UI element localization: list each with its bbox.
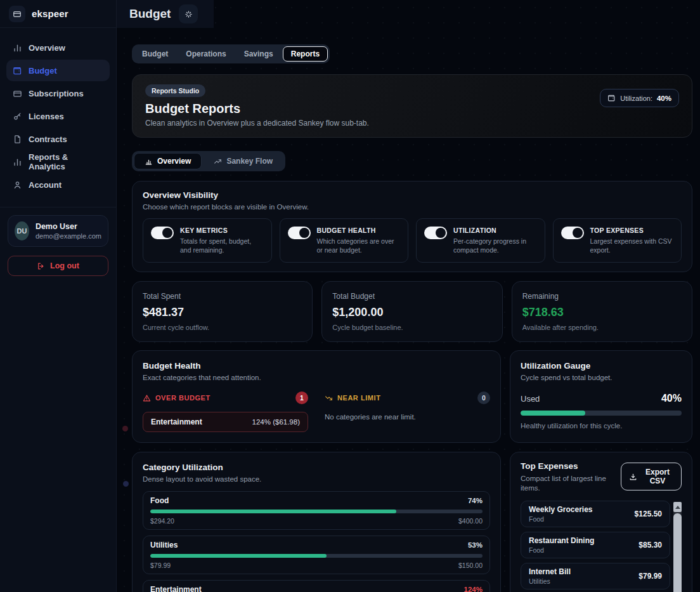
category-row: Utilities 53% $79.99 $150.00 — [143, 536, 490, 574]
overview-visibility-card: Overview Visibility Choose which report … — [132, 181, 692, 272]
metric-cards: Total Spent $481.37 Current cycle outflo… — [132, 281, 692, 342]
toggle-switch[interactable] — [561, 227, 584, 239]
metric-label: Total Budget — [332, 292, 491, 301]
chart-bars-icon — [145, 157, 153, 166]
metric-caption: Cycle budget baseline. — [332, 324, 491, 331]
utilization-gauge-card: Utilization Gauge Cycle spend vs total b… — [510, 350, 692, 443]
sidebar-item[interactable]: Licenses — [6, 105, 110, 127]
metric-caption: Available after spending. — [522, 324, 682, 331]
over-budget-item-name: Entertainment — [151, 418, 202, 426]
over-budget-count-badge: 1 — [295, 391, 308, 404]
budget-health-description: Exact categories that need attention. — [143, 374, 490, 381]
sidebar-item-label: Budget — [29, 66, 57, 76]
expense-amount: $85.30 — [638, 541, 662, 549]
sidebar-item-label: Reports & Analytics — [29, 152, 103, 171]
category-progress-fill — [150, 554, 327, 558]
user-card[interactable]: DU Demo User demo@example.com — [8, 215, 108, 247]
expense-name: Internet Bill — [529, 567, 571, 576]
sidebar-item-label: Contracts — [29, 135, 67, 144]
user-email: demo@example.com — [36, 232, 101, 240]
theme-toggle-button[interactable] — [179, 4, 198, 23]
tab[interactable]: Reports — [283, 46, 328, 62]
utilization-chip-value: 40% — [657, 95, 671, 102]
expense-list-item: Weekly Groceries Food $125.50 — [521, 501, 670, 527]
sidebar-item[interactable]: Overview — [6, 37, 110, 58]
sidebar-item[interactable]: Reports & Analytics — [6, 151, 110, 173]
user-meta: Demo User demo@example.com — [36, 222, 101, 240]
tab[interactable]: Savings — [236, 46, 282, 62]
toggle-description: Per-category progress in compact mode. — [453, 237, 537, 254]
health-gauge-row: Budget Health Exact categories that need… — [132, 350, 692, 443]
category-percent: 74% — [468, 497, 483, 504]
app-root: ekspeer Overview Budget Subscriptions — [0, 0, 700, 592]
subtab[interactable]: Sankey Flow — [203, 153, 283, 169]
category-row: Food 74% $294.20 $400.00 — [143, 491, 490, 530]
trending-up-icon — [214, 157, 222, 166]
sidebar-item[interactable]: Subscriptions — [6, 82, 110, 104]
expense-list-item: Internet Bill Utilities $79.99 — [521, 563, 670, 589]
expense-list-scrollbar[interactable] — [673, 502, 682, 592]
category-budget: $150.00 — [458, 562, 483, 569]
logout-button[interactable]: Log out — [8, 256, 108, 276]
toggle-knob — [573, 228, 583, 238]
subtab-label: Sankey Flow — [226, 157, 273, 166]
toggle-switch[interactable] — [151, 227, 174, 239]
scrollbar-up-button[interactable] — [673, 502, 682, 512]
brand-name: ekspeer — [32, 8, 68, 19]
user-icon — [13, 180, 22, 190]
expense-category: Food — [529, 546, 594, 554]
subtab[interactable]: Overview — [134, 153, 202, 169]
near-limit-empty-text: No categories are near limit. — [325, 413, 490, 421]
category-percent: 53% — [468, 541, 483, 549]
visibility-toggles: KEY METRICS Totals for spent, budget, an… — [143, 218, 682, 263]
download-icon — [629, 473, 637, 481]
category-percent: 124% — [464, 586, 483, 592]
category-name: Food — [150, 496, 169, 505]
visibility-title: Overview Visibility — [143, 190, 682, 200]
main-tabs: Budget Operations Savings Reports — [132, 44, 330, 63]
key-icon — [13, 112, 22, 121]
visibility-toggle-tile: BUDGET HEALTH Which categories are over … — [280, 218, 409, 263]
toggle-knob — [299, 228, 309, 238]
tab[interactable]: Operations — [178, 46, 234, 62]
toggle-switch[interactable] — [288, 227, 311, 239]
sidebar-item[interactable]: Budget — [6, 60, 110, 81]
export-csv-label: Export CSV — [642, 468, 673, 485]
hero-text: Reports Studio Budget Reports Clean anal… — [145, 84, 369, 128]
toggle-description: Largest expenses with CSV export. — [590, 237, 674, 254]
sidebar-item[interactable]: Account — [6, 174, 110, 195]
warning-icon — [143, 394, 151, 402]
scrollbar-thumb[interactable] — [673, 513, 682, 592]
metric-label: Remaining — [522, 292, 682, 301]
category-name: Entertainment — [150, 585, 202, 592]
sidebar-item-label: Subscriptions — [29, 89, 84, 98]
over-budget-label: OVER BUDGET — [155, 394, 211, 402]
export-csv-button[interactable]: Export CSV — [621, 463, 682, 490]
scroll-up-icon — [675, 506, 680, 509]
sidebar: ekspeer Overview Budget Subscriptions — [0, 0, 117, 592]
toggle-description: Which categories are over or near budget… — [317, 237, 401, 254]
gauge-description: Cycle spend vs total budget. — [521, 374, 682, 381]
expense-list-item: Restaurant Dining Food $85.30 — [521, 532, 670, 558]
visibility-toggle-tile: UTILIZATION Per-category progress in com… — [416, 218, 545, 263]
toggle-switch[interactable] — [424, 227, 447, 239]
tab[interactable]: Budget — [134, 46, 176, 62]
over-budget-item: Entertainment 124% ($61.98) — [143, 412, 308, 432]
trending-down-icon — [325, 394, 333, 402]
category-utilization-description: Dense layout to avoid wasted space. — [143, 475, 490, 483]
near-limit-label: NEAR LIMIT — [337, 394, 380, 402]
expense-amount: $125.50 — [635, 510, 662, 518]
sidebar-item[interactable]: Contracts — [6, 128, 110, 150]
page-title: Budget — [129, 7, 171, 21]
bar-chart-icon — [13, 157, 22, 167]
main-area: Budget Budget Operations Savings Reports — [117, 0, 700, 592]
category-spent: $294.20 — [150, 517, 174, 525]
budget-health-card: Budget Health Exact categories that need… — [132, 350, 501, 443]
gauge-used-value: 40% — [661, 393, 682, 404]
category-row: Entertainment 124% $61.98 $50.00 — [143, 580, 490, 592]
expense-amount: $79.99 — [638, 572, 662, 581]
avatar: DU — [15, 221, 29, 240]
brand-logo-icon — [9, 6, 25, 22]
expense-category: Food — [529, 515, 593, 523]
file-icon — [13, 135, 22, 144]
